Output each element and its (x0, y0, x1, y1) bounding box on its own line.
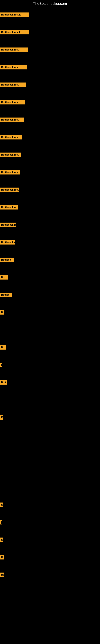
site-title: TheBottlenecker.com (0, 0, 100, 8)
bar-row: Bottleneck resu (0, 48, 28, 52)
bottleneck-result-label: Bottleneck resu (0, 118, 24, 122)
bottleneck-result-label: Bottleneck re (0, 240, 15, 244)
bar-row: | (0, 520, 2, 524)
bar-row: Bottleneck resu (0, 65, 27, 70)
bottleneck-result-label: E (0, 415, 3, 420)
bottleneck-result-label: Bo (0, 572, 4, 577)
bottleneck-result-label: Bottlen (0, 292, 12, 297)
bottleneck-result-label: Bottleneck resu (0, 170, 20, 174)
bar-row: E (0, 415, 3, 420)
bottleneck-result-label: | (0, 363, 2, 367)
bar-row: Bottlen (0, 292, 12, 297)
bar-row: Bottleneck re (0, 205, 18, 210)
bottleneck-result-label: Bott (0, 380, 7, 384)
bar-row: Bottleneck re (0, 222, 16, 227)
bottleneck-result-label: Bottleneck resu (0, 48, 28, 52)
bar-row: Bottleneck re (0, 240, 15, 244)
bar-row: B (0, 555, 4, 560)
bar-row: Bot (0, 275, 8, 280)
bottleneck-result-label: Bottleneck result (0, 12, 29, 17)
bar-row: Bo (0, 345, 6, 350)
bar-row: Bottleneck resu (0, 82, 26, 87)
bottleneck-result-label: Bot (0, 275, 8, 280)
bottleneck-result-label: Bottleneck resu (0, 188, 19, 192)
bottleneck-result-label: Bottleneck resu (0, 82, 26, 87)
bar-row: E (0, 538, 3, 542)
bar-row: Bo (0, 572, 4, 577)
bottleneck-result-label: Bottleneck resu (0, 100, 25, 104)
bar-row: Bottleneck resu (0, 118, 24, 122)
bottleneck-result-label: Bottleneck re (0, 205, 18, 210)
bottleneck-result-label: Bottleneck resu (0, 65, 27, 70)
bottleneck-result-label: Bottleneck resu (0, 135, 22, 140)
bottleneck-result-label: | (0, 520, 2, 524)
bottleneck-result-label: Bottleneck resu (0, 152, 21, 157)
bar-row: Bottlene (0, 258, 14, 262)
bar-row: Bottleneck result (0, 12, 29, 17)
bottleneck-result-label: Bottleneck re (0, 222, 16, 227)
bar-row: Bottleneck resu (0, 170, 20, 174)
bottleneck-result-label: B (0, 555, 4, 560)
bar-row: E (0, 502, 3, 507)
bottleneck-result-label: E (0, 538, 3, 542)
bar-row: Bottleneck result (0, 30, 29, 34)
bar-row: Bottleneck resu (0, 152, 21, 157)
bar-row: Bottleneck resu (0, 188, 19, 192)
bottleneck-result-label: Bottleneck result (0, 30, 29, 34)
bar-row: B (0, 310, 4, 314)
bar-row: Bottleneck resu (0, 135, 22, 140)
bottleneck-result-label: Bo (0, 345, 6, 350)
bar-row: Bott (0, 380, 7, 384)
bar-row: Bottleneck resu (0, 100, 25, 104)
bar-row: | (0, 363, 2, 367)
bottleneck-result-label: B (0, 310, 4, 314)
bottleneck-result-label: Bottlene (0, 258, 14, 262)
bottleneck-result-label: E (0, 502, 3, 507)
